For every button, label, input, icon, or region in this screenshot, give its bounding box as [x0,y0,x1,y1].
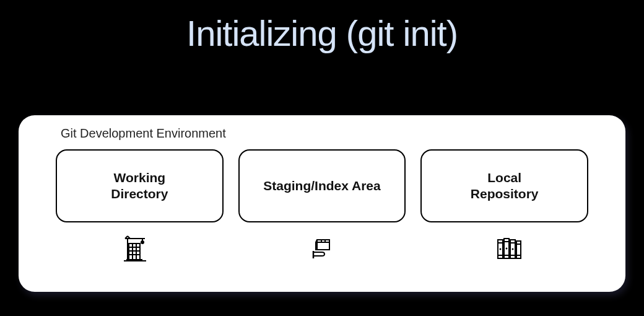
box-label: Working Directory [111,170,168,203]
panel-header: Git Development Environment [61,126,588,141]
icon-row [56,231,588,266]
svg-point-30 [500,248,502,250]
hand-box-icon [305,231,339,266]
box-staging-area: Staging/Index Area [238,149,406,222]
box-row: Working Directory Staging/Index Area Loc… [56,149,588,222]
environment-panel: Git Development Environment Working Dire… [19,115,625,292]
slide-title: Initializing (git init) [0,0,644,54]
books-icon [492,231,526,266]
svg-rect-15 [317,240,329,250]
box-label: Local Repository [471,170,539,203]
svg-point-10 [141,241,144,244]
box-working-directory: Working Directory [56,149,224,222]
box-local-repository: Local Repository [420,149,588,222]
svg-point-31 [506,248,508,250]
svg-point-32 [512,248,514,250]
svg-rect-17 [321,240,325,242]
construction-crane-icon [118,231,152,266]
box-label: Staging/Index Area [263,178,380,194]
